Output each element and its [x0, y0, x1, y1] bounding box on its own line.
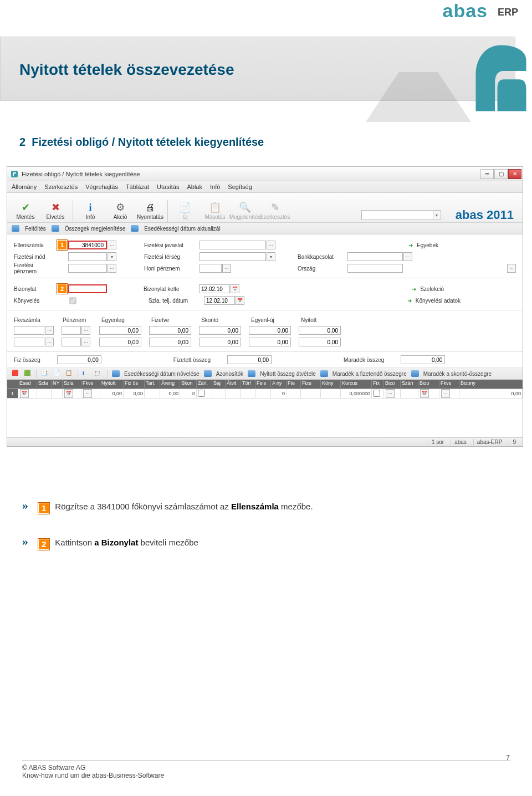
input-fizetett[interactable]	[227, 355, 272, 364]
input-ny2[interactable]	[299, 338, 341, 346]
input-fz1[interactable]	[149, 326, 191, 335]
grid-row[interactable]: 1 📅 📅 ⋯ 0,00 0,00 0,00 0 0 0,000000 ⋯ 📅	[7, 389, 523, 399]
picker-icon[interactable]: ⋯	[222, 264, 231, 273]
input-fkv1[interactable]	[14, 326, 44, 335]
info-icon[interactable]: i	[83, 370, 90, 377]
tool-icon[interactable]: 🟩	[24, 370, 32, 377]
tool-icon[interactable]: ⬚	[95, 370, 103, 377]
midbar-btn-icon[interactable]	[112, 370, 120, 377]
picker-icon[interactable]: ⋯	[83, 389, 92, 398]
minimize-button[interactable]: ━	[480, 169, 494, 179]
print-button[interactable]: 🖨Nyomtatás	[135, 198, 165, 222]
calendar-icon[interactable]: 📅	[20, 389, 29, 398]
picker-icon[interactable]: ⋯	[108, 264, 116, 273]
midbar-maradek-skonto[interactable]: Maradék a skontó-összegre	[423, 371, 492, 377]
subbar-feltoltes[interactable]: Feltöltés	[25, 226, 46, 232]
maximize-button[interactable]: ▢	[494, 169, 508, 179]
input-honipenz[interactable]	[200, 264, 222, 273]
calendar-icon[interactable]: 📅	[236, 296, 244, 305]
picker-icon[interactable]: ⋯	[267, 241, 275, 249]
midbar-btn-icon[interactable]	[320, 370, 328, 377]
subtitle-text: Fizetési obligó / Nyitott tételek kiegye…	[32, 136, 264, 148]
input-sk1[interactable]	[199, 326, 241, 335]
subbar-osszegek[interactable]: Összegek megjelenítése	[65, 226, 126, 232]
menu-file[interactable]: Állomány	[12, 183, 37, 190]
tool-icon[interactable]: 🟥	[12, 370, 19, 377]
input-pn1[interactable]	[62, 326, 81, 335]
picker-icon[interactable]: ⋯	[81, 326, 90, 335]
discard-button[interactable]: ✖Elvetés	[40, 198, 70, 222]
input-eg1[interactable]	[99, 326, 141, 335]
info-button[interactable]: iInfó	[75, 198, 105, 222]
subbar-btn-icon[interactable]	[131, 225, 139, 232]
menu-exec[interactable]: Végrehajtás	[85, 183, 118, 190]
midbar-btn-icon[interactable]	[204, 370, 212, 377]
titlebar: Fizetési obligó / Nyitott tételek kiegye…	[7, 167, 523, 181]
input-bizonylat[interactable]	[68, 284, 107, 293]
menubar: Állomány Szerkesztés Végrehajtás Tábláza…	[7, 181, 523, 193]
midbar-nyitott[interactable]: Nyitott összeg átvétele	[260, 371, 316, 377]
dropdown-icon[interactable]: ▾	[108, 252, 116, 261]
input-sk2[interactable]	[199, 338, 241, 346]
input-orszag[interactable]	[347, 264, 403, 273]
calendar-icon[interactable]: 📅	[420, 389, 429, 398]
picker-icon[interactable]: ⋯	[45, 338, 54, 346]
subbar-btn-icon[interactable]	[12, 225, 19, 232]
btn-konyvadatok[interactable]: ➜Könyvelési adatok	[406, 296, 461, 305]
input-fz2[interactable]	[149, 338, 191, 346]
menu-table[interactable]: Táblázat	[126, 183, 149, 190]
calendar-icon[interactable]: 📅	[64, 389, 73, 398]
tool-icon[interactable]: 📄	[53, 370, 61, 377]
input-pn2[interactable]	[62, 338, 81, 346]
menu-window[interactable]: Ablak	[187, 183, 202, 190]
search-dropdown[interactable]: ▾	[433, 210, 441, 220]
input-szladatum[interactable]	[204, 296, 235, 305]
lbl-ellenszamla: Ellenszámla	[14, 242, 56, 248]
btn-szelekcio[interactable]: ➜Szelekció	[410, 284, 444, 293]
picker-icon[interactable]: ⋯	[403, 252, 412, 261]
input-ellenszamla[interactable]	[68, 241, 107, 249]
subbar-esedekessegi[interactable]: Esedékességi dátum aktualizál	[144, 226, 220, 232]
tool-icon[interactable]: 📋	[65, 370, 73, 377]
menu-help[interactable]: Segítség	[228, 183, 252, 190]
input-fizjav[interactable]	[200, 241, 266, 249]
input-ny1[interactable]	[299, 326, 341, 335]
midbar-maradek-fiz[interactable]: Maradék a fizetendő összegre	[332, 371, 407, 377]
calendar-icon[interactable]: 📅	[231, 284, 239, 293]
midbar-azonositok[interactable]: Azonosítók	[216, 371, 243, 377]
subbar-btn-icon[interactable]	[52, 225, 59, 232]
chk-fix[interactable]	[373, 390, 380, 397]
picker-icon[interactable]: ⋯	[386, 389, 395, 398]
input-fizosszeg[interactable]	[57, 355, 101, 364]
picker-icon[interactable]: ⋯	[81, 338, 90, 346]
midbar-esedekessegi[interactable]: Esedékességi dátum növelése	[124, 371, 200, 377]
input-bank[interactable]	[347, 252, 403, 261]
save-button[interactable]: ✔Mentés	[11, 198, 40, 222]
picker-icon[interactable]: ⋯	[507, 264, 516, 273]
input-fizters[interactable]	[200, 252, 266, 261]
btn-egyebek[interactable]: ➜Egyebek	[407, 241, 438, 249]
menu-command[interactable]: Utasítás	[157, 183, 179, 190]
picker-icon[interactable]: ⋯	[45, 326, 54, 335]
picker-icon[interactable]: ⋯	[441, 389, 450, 398]
tool-icon[interactable]: 📑	[41, 370, 49, 377]
menu-edit[interactable]: Szerkesztés	[44, 183, 78, 190]
close-button[interactable]: ✕	[508, 169, 521, 179]
search-input[interactable]	[361, 210, 433, 220]
input-eg2[interactable]	[99, 338, 141, 346]
action-button[interactable]: ⚙Akció	[105, 198, 135, 222]
midbar-btn-icon[interactable]	[411, 370, 419, 377]
input-eu1[interactable]	[249, 326, 291, 335]
lbl-orszag: Ország	[298, 266, 347, 272]
midbar-btn-icon[interactable]	[248, 370, 255, 377]
input-maradek[interactable]	[401, 355, 445, 364]
input-fizmod[interactable]	[68, 252, 107, 261]
input-fkv2[interactable]	[14, 338, 44, 346]
menu-info[interactable]: Infó	[210, 183, 220, 190]
dropdown-icon[interactable]: ▾	[267, 252, 275, 261]
chk-zarl[interactable]	[198, 390, 205, 397]
picker-icon[interactable]: ⋯	[108, 241, 116, 249]
input-fizpenz[interactable]	[68, 264, 107, 273]
input-bizkelte[interactable]	[199, 284, 230, 293]
input-eu2[interactable]	[249, 338, 291, 346]
